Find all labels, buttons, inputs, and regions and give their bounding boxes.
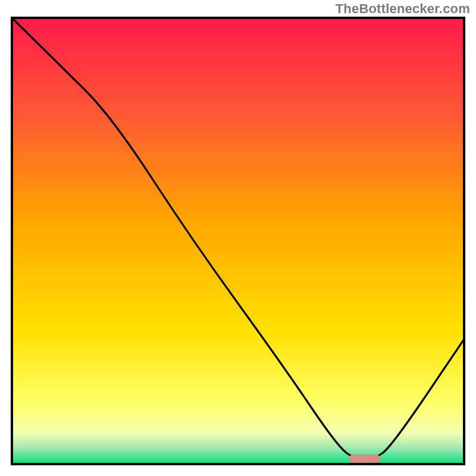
bottleneck-chart	[0, 0, 476, 476]
chart-container: TheBottlenecker.com	[0, 0, 476, 476]
optimal-marker	[349, 455, 380, 463]
attribution-label: TheBottlenecker.com	[336, 1, 470, 17]
